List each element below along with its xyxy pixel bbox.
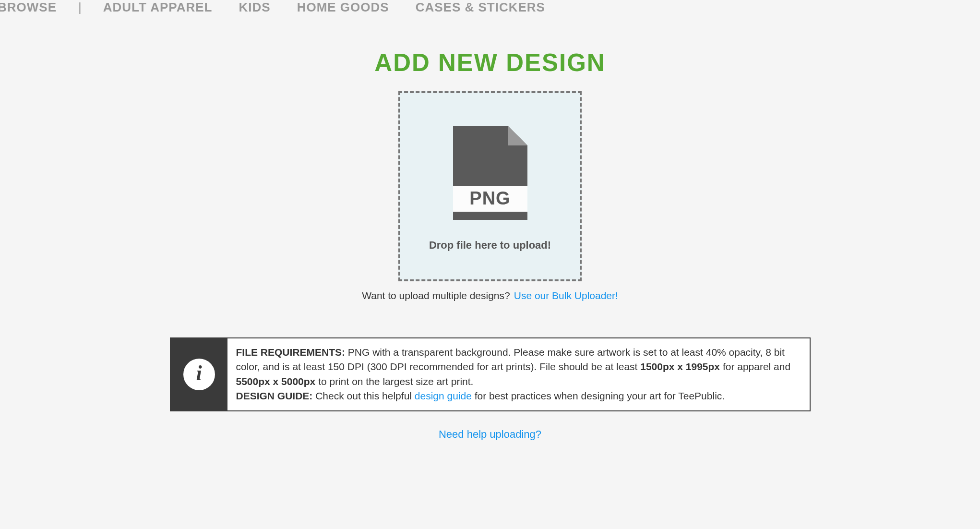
- bulk-upload-row: Want to upload multiple designs? Use our…: [362, 290, 618, 301]
- nav-item-adult-apparel[interactable]: ADULT APPAREL: [103, 0, 213, 15]
- guide-text-2: for best practices when designing your a…: [472, 390, 725, 401]
- file-req-dim-2: 5500px x 5000px: [236, 376, 316, 387]
- info-icon-letter: i: [196, 363, 202, 384]
- top-nav: BROWSE | ADULT APPAREL KIDS HOME GOODS C…: [0, 0, 980, 29]
- nav-item-cases-stickers[interactable]: CASES & STICKERS: [416, 0, 545, 15]
- nav-separator: |: [78, 0, 82, 15]
- help-uploading-link[interactable]: Need help uploading?: [439, 428, 541, 441]
- info-box: i FILE REQUIREMENTS: PNG with a transpar…: [170, 337, 811, 411]
- info-icon-column: i: [171, 338, 227, 410]
- design-guide-link[interactable]: design guide: [415, 390, 472, 401]
- nav-item-home-goods[interactable]: HOME GOODS: [297, 0, 389, 15]
- main-content: ADD NEW DESIGN PNG Drop file here to upl…: [0, 29, 980, 441]
- file-req-dim-1: 1500px x 1995px: [640, 361, 720, 372]
- file-requirements-label: FILE REQUIREMENTS:: [236, 347, 346, 358]
- bulk-prompt-text: Want to upload multiple designs?: [362, 290, 510, 301]
- file-type-badge: PNG: [469, 188, 510, 208]
- bulk-uploader-link[interactable]: Use our Bulk Uploader!: [514, 290, 618, 301]
- info-icon: i: [183, 359, 215, 390]
- file-req-text-3: to print on the largest size art print.: [315, 376, 473, 387]
- info-text: FILE REQUIREMENTS: PNG with a transparen…: [227, 338, 810, 410]
- png-file-icon: PNG: [453, 126, 527, 222]
- nav-item-kids[interactable]: KIDS: [239, 0, 271, 15]
- file-req-text-2: for apparel and: [720, 361, 790, 372]
- guide-text-1: Check out this helpful: [312, 390, 414, 401]
- nav-item-browse[interactable]: BROWSE: [0, 0, 57, 15]
- design-guide-label: DESIGN GUIDE:: [236, 390, 313, 401]
- dropzone-prompt: Drop file here to upload!: [429, 239, 551, 252]
- page-title: ADD NEW DESIGN: [374, 48, 605, 77]
- file-dropzone[interactable]: PNG Drop file here to upload!: [398, 91, 582, 281]
